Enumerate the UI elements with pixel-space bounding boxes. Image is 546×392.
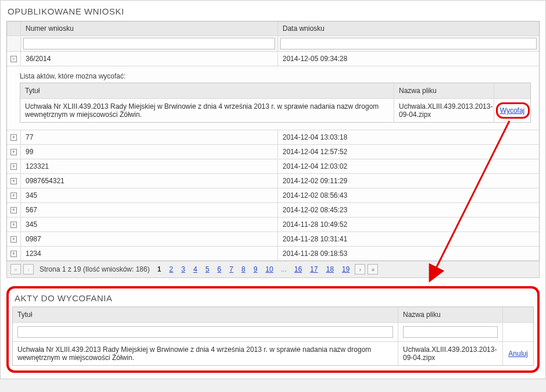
cell-num: 123321 — [21, 159, 278, 173]
detail-header-plik[interactable]: Nazwa pliku — [394, 83, 494, 98]
withdraw-title: AKTY DO WYCOFANIA — [12, 291, 534, 307]
pager-page[interactable]: 3 — [179, 265, 188, 273]
pager-page[interactable]: 10 — [263, 265, 276, 273]
pager-page[interactable]: 17 — [307, 265, 320, 273]
cell-date: 2014-12-04 12:03:02 — [278, 159, 539, 173]
withdraw-grid: Tytuł Nazwa pliku Uchwała Nr XLIII.439.2… — [12, 307, 534, 366]
pager-page[interactable]: 18 — [323, 265, 337, 273]
published-title: OPUBLIKOWANE WNIOSKI — [6, 1, 540, 21]
cell-date: 2014-11-28 09:18:53 — [278, 247, 539, 261]
withdraw-cell-tytul: Uchwała Nr XLIII.439.2013 Rady Miejskiej… — [13, 342, 398, 365]
withdraw-filter-plik[interactable] — [403, 326, 498, 338]
cell-num: 345 — [21, 218, 278, 231]
table-row[interactable]: + 0987 2014-11-28 10:31:41 — [7, 232, 539, 247]
pager-last-button[interactable]: » — [367, 264, 378, 275]
detail-header-tytul[interactable]: Tytuł — [20, 83, 394, 98]
cell-date: 2014-12-05 09:34:28 — [278, 52, 539, 66]
withdraw-header-plik[interactable]: Nazwa pliku — [398, 307, 503, 322]
cell-num: 0987654321 — [21, 174, 278, 188]
withdraw-filter-tytul[interactable] — [17, 326, 393, 338]
cell-date: 2014-12-02 09:11:29 — [278, 174, 539, 188]
cell-date: 2014-12-04 12:57:52 — [278, 145, 539, 159]
row-detail: Lista aktów, które można wycofać: Tytuł … — [7, 66, 539, 130]
pager-page[interactable]: 1 — [154, 265, 164, 273]
cell-date: 2014-12-02 08:45:23 — [278, 203, 539, 217]
pager-page[interactable]: 4 — [190, 265, 200, 273]
withdraw-filter-action-spacer — [503, 323, 533, 341]
detail-cell-plik: Uchwala.XLIII.439.2013.2013-09-04.zipx — [394, 99, 494, 122]
table-row[interactable]: + 1234 2014-11-28 09:18:53 — [7, 247, 539, 261]
expand-icon[interactable]: + — [10, 222, 17, 228]
expand-icon[interactable]: + — [10, 251, 17, 257]
cell-date: 2014-11-28 10:49:52 — [278, 218, 539, 231]
cell-date: 2014-12-02 08:56:43 — [278, 188, 539, 202]
pager-prev-button[interactable]: ‹ — [23, 264, 34, 275]
table-row[interactable]: + 345 2014-11-28 10:49:52 — [7, 218, 539, 232]
withdraw-header-row: Tytuł Nazwa pliku — [13, 307, 533, 323]
pager-page[interactable]: 6 — [215, 265, 224, 273]
table-row[interactable]: + 567 2014-12-02 08:45:23 — [7, 203, 539, 218]
detail-header-action — [494, 83, 530, 98]
pager-page[interactable]: 16 — [291, 265, 305, 273]
cell-num: 36/2014 — [21, 52, 278, 66]
detail-cell-tytul: Uchwała Nr XLIII.439.2013 Rady Miejskiej… — [20, 99, 394, 122]
pager-first-button[interactable]: « — [10, 264, 21, 275]
table-row[interactable]: + 99 2014-12-04 12:57:52 — [7, 145, 539, 159]
filter-num-input[interactable] — [23, 38, 275, 49]
pager-page[interactable]: 5 — [202, 265, 212, 273]
detail-caption: Lista aktów, które można wycofać: — [20, 72, 531, 80]
expand-icon[interactable]: + — [10, 163, 17, 170]
cell-num: 567 — [21, 203, 278, 217]
pager-page[interactable]: 2 — [166, 265, 176, 273]
expand-icon[interactable]: + — [10, 236, 17, 243]
pager-page[interactable]: 9 — [251, 265, 260, 273]
expand-icon[interactable]: + — [10, 207, 17, 213]
pager-status: Strona 1 z 19 (Ilość wniosków: 186) — [40, 265, 149, 273]
wycofaj-link[interactable]: Wycofaj — [500, 106, 525, 115]
collapse-icon[interactable]: − — [10, 56, 17, 62]
detail-header-row: Tytuł Nazwa pliku — [20, 83, 530, 99]
pager-ellipsis: ... — [279, 265, 289, 273]
cell-date: 2014-12-04 13:03:18 — [278, 130, 539, 144]
withdraw-cell-plik: Uchwala.XLIII.439.2013.2013-09-04.zipx — [398, 342, 503, 365]
detail-grid: Tytuł Nazwa pliku Uchwała Nr XLIII.439.2… — [20, 83, 531, 123]
table-row[interactable]: + 77 2014-12-04 13:03:18 — [7, 130, 539, 145]
withdraw-filter-row — [13, 323, 533, 342]
filter-date-input[interactable] — [280, 38, 537, 49]
cell-date: 2014-11-28 10:31:41 — [278, 232, 539, 246]
published-filter-row — [7, 36, 539, 52]
filter-expand-spacer — [7, 36, 21, 51]
pager-page[interactable]: 7 — [227, 265, 237, 273]
col-header-expand — [7, 22, 21, 35]
withdraw-header-action — [503, 307, 533, 322]
expand-icon[interactable]: + — [10, 178, 17, 184]
pager-page[interactable]: 8 — [238, 265, 248, 273]
table-row[interactable]: − 36/2014 2014-12-05 09:34:28 — [7, 52, 539, 66]
page: OPUBLIKOWANE WNIOSKI Numer wniosku Data … — [0, 0, 546, 379]
withdraw-data-row: Uchwała Nr XLIII.439.2013 Rady Miejskiej… — [13, 342, 533, 365]
col-header-num[interactable]: Numer wniosku — [21, 22, 278, 35]
detail-data-row: Uchwała Nr XLIII.439.2013 Rady Miejskiej… — [20, 99, 530, 122]
cell-num: 77 — [21, 130, 278, 144]
expand-icon[interactable]: + — [10, 149, 17, 155]
expand-icon[interactable]: + — [10, 134, 17, 141]
table-row[interactable]: + 123321 2014-12-04 12:03:02 — [7, 159, 539, 174]
published-header-row: Numer wniosku Data wniosku — [7, 22, 539, 36]
anuluj-link[interactable]: Anuluj — [508, 350, 527, 358]
cell-num: 345 — [21, 188, 278, 202]
cell-num: 99 — [21, 145, 278, 159]
published-grid: Numer wniosku Data wniosku − 36/2014 201… — [6, 21, 540, 261]
cell-num: 0987 — [21, 232, 278, 246]
withdraw-panel: AKTY DO WYCOFANIA Tytuł Nazwa pliku Uchw… — [6, 286, 540, 373]
expand-icon[interactable]: + — [10, 193, 17, 199]
table-row[interactable]: + 345 2014-12-02 08:56:43 — [7, 188, 539, 203]
cell-num: 1234 — [21, 247, 278, 261]
col-header-date[interactable]: Data wniosku — [278, 22, 539, 35]
table-row[interactable]: + 0987654321 2014-12-02 09:11:29 — [7, 174, 539, 188]
pager-next-button[interactable]: › — [355, 264, 365, 275]
pager: « ‹ Strona 1 z 19 (Ilość wniosków: 186) … — [6, 261, 540, 278]
withdraw-header-tytul[interactable]: Tytuł — [13, 307, 398, 322]
pager-page[interactable]: 19 — [339, 265, 352, 273]
